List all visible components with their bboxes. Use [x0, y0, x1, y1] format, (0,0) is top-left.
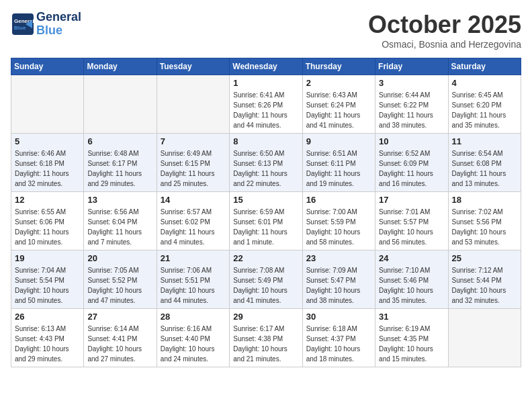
table-row: 6Sunrise: 6:48 AM Sunset: 6:17 PM Daylig…: [84, 134, 157, 192]
day-number: 26: [15, 312, 80, 322]
day-info: Sunrise: 6:54 AM Sunset: 6:08 PM Dayligh…: [452, 148, 517, 189]
day-number: 27: [87, 312, 152, 322]
day-number: 11: [452, 136, 517, 146]
day-number: 28: [161, 312, 226, 322]
day-info: Sunrise: 7:04 AM Sunset: 5:54 PM Dayligh…: [15, 265, 80, 306]
day-number: 14: [161, 195, 226, 205]
day-number: 25: [452, 253, 517, 263]
col-monday: Monday: [84, 58, 157, 75]
table-row: 12Sunrise: 6:55 AM Sunset: 6:06 PM Dayli…: [11, 192, 84, 250]
table-row: 25Sunrise: 7:12 AM Sunset: 5:44 PM Dayli…: [448, 250, 521, 309]
day-number: 20: [87, 253, 152, 263]
day-info: Sunrise: 6:41 AM Sunset: 6:26 PM Dayligh…: [233, 90, 298, 130]
table-row: 30Sunrise: 6:18 AM Sunset: 4:37 PM Dayli…: [302, 309, 375, 367]
day-number: 3: [379, 78, 444, 88]
day-info: Sunrise: 6:14 AM Sunset: 4:41 PM Dayligh…: [87, 324, 152, 364]
day-info: Sunrise: 7:12 AM Sunset: 5:44 PM Dayligh…: [452, 265, 517, 306]
day-info: Sunrise: 6:13 AM Sunset: 4:43 PM Dayligh…: [15, 324, 80, 364]
day-number: 1: [233, 78, 298, 88]
week-row-1: 1Sunrise: 6:41 AM Sunset: 6:26 PM Daylig…: [11, 75, 521, 134]
title-block: October 2025 Osmaci, Bosnia and Herzegov…: [368, 11, 521, 50]
day-info: Sunrise: 6:59 AM Sunset: 6:01 PM Dayligh…: [233, 207, 298, 247]
logo: General Blue General Blue: [11, 11, 81, 38]
table-row: 13Sunrise: 6:56 AM Sunset: 6:04 PM Dayli…: [84, 192, 157, 250]
day-number: 24: [379, 253, 444, 263]
day-number: 8: [233, 136, 298, 146]
day-info: Sunrise: 6:18 AM Sunset: 4:37 PM Dayligh…: [306, 324, 371, 364]
table-row: 26Sunrise: 6:13 AM Sunset: 4:43 PM Dayli…: [11, 309, 84, 367]
day-info: Sunrise: 6:49 AM Sunset: 6:15 PM Dayligh…: [161, 148, 226, 189]
day-number: 6: [87, 136, 152, 146]
day-number: 30: [306, 312, 371, 322]
day-number: 5: [15, 136, 80, 146]
table-row: 20Sunrise: 7:05 AM Sunset: 5:52 PM Dayli…: [84, 250, 157, 309]
table-row: 24Sunrise: 7:10 AM Sunset: 5:46 PM Dayli…: [375, 250, 448, 309]
day-number: 10: [379, 136, 444, 146]
table-row: 28Sunrise: 6:16 AM Sunset: 4:40 PM Dayli…: [157, 309, 229, 367]
day-number: 13: [87, 195, 152, 205]
logo-icon: General Blue: [11, 12, 35, 36]
header-row: Sunday Monday Tuesday Wednesday Thursday…: [11, 58, 521, 75]
day-info: Sunrise: 7:00 AM Sunset: 5:59 PM Dayligh…: [306, 207, 371, 247]
day-info: Sunrise: 7:09 AM Sunset: 5:47 PM Dayligh…: [306, 265, 371, 306]
day-number: 12: [15, 195, 80, 205]
col-saturday: Saturday: [448, 58, 521, 75]
day-info: Sunrise: 6:51 AM Sunset: 6:11 PM Dayligh…: [306, 148, 371, 189]
logo-blue-text: Blue: [36, 24, 81, 38]
day-info: Sunrise: 6:50 AM Sunset: 6:13 PM Dayligh…: [233, 148, 298, 189]
day-number: 17: [379, 195, 444, 205]
table-row: 27Sunrise: 6:14 AM Sunset: 4:41 PM Dayli…: [84, 309, 157, 367]
table-row: 4Sunrise: 6:45 AM Sunset: 6:20 PM Daylig…: [448, 75, 521, 134]
table-row: 3Sunrise: 6:44 AM Sunset: 6:22 PM Daylig…: [375, 75, 448, 134]
week-row-2: 5Sunrise: 6:46 AM Sunset: 6:18 PM Daylig…: [11, 134, 521, 192]
day-number: 4: [452, 78, 517, 88]
table-row: 22Sunrise: 7:08 AM Sunset: 5:49 PM Dayli…: [230, 250, 302, 309]
day-number: 31: [379, 312, 444, 322]
col-tuesday: Tuesday: [157, 58, 229, 75]
month-title: October 2025: [368, 11, 521, 39]
location-text: Osmaci, Bosnia and Herzegovina: [368, 39, 521, 50]
table-row: 21Sunrise: 7:06 AM Sunset: 5:51 PM Dayli…: [157, 250, 229, 309]
day-info: Sunrise: 6:44 AM Sunset: 6:22 PM Dayligh…: [379, 90, 444, 130]
week-row-5: 26Sunrise: 6:13 AM Sunset: 4:43 PM Dayli…: [11, 309, 521, 367]
day-number: 18: [452, 195, 517, 205]
table-row: 29Sunrise: 6:17 AM Sunset: 4:38 PM Dayli…: [230, 309, 302, 367]
week-row-3: 12Sunrise: 6:55 AM Sunset: 6:06 PM Dayli…: [11, 192, 521, 250]
col-wednesday: Wednesday: [230, 58, 302, 75]
day-info: Sunrise: 7:06 AM Sunset: 5:51 PM Dayligh…: [161, 265, 226, 306]
day-info: Sunrise: 6:19 AM Sunset: 4:35 PM Dayligh…: [379, 324, 444, 364]
day-info: Sunrise: 7:10 AM Sunset: 5:46 PM Dayligh…: [379, 265, 444, 306]
table-row: 16Sunrise: 7:00 AM Sunset: 5:59 PM Dayli…: [302, 192, 375, 250]
day-info: Sunrise: 6:57 AM Sunset: 6:02 PM Dayligh…: [161, 207, 226, 247]
table-row: 15Sunrise: 6:59 AM Sunset: 6:01 PM Dayli…: [230, 192, 302, 250]
day-info: Sunrise: 6:46 AM Sunset: 6:18 PM Dayligh…: [15, 148, 80, 189]
day-info: Sunrise: 7:01 AM Sunset: 5:57 PM Dayligh…: [379, 207, 444, 247]
svg-text:Blue: Blue: [14, 25, 26, 31]
table-row: 2Sunrise: 6:43 AM Sunset: 6:24 PM Daylig…: [302, 75, 375, 134]
week-row-4: 19Sunrise: 7:04 AM Sunset: 5:54 PM Dayli…: [11, 250, 521, 309]
table-row: 31Sunrise: 6:19 AM Sunset: 4:35 PM Dayli…: [375, 309, 448, 367]
day-info: Sunrise: 6:16 AM Sunset: 4:40 PM Dayligh…: [161, 324, 226, 364]
table-row: 11Sunrise: 6:54 AM Sunset: 6:08 PM Dayli…: [448, 134, 521, 192]
day-info: Sunrise: 6:52 AM Sunset: 6:09 PM Dayligh…: [379, 148, 444, 189]
day-number: 22: [233, 253, 298, 263]
table-row: 17Sunrise: 7:01 AM Sunset: 5:57 PM Dayli…: [375, 192, 448, 250]
table-row: 14Sunrise: 6:57 AM Sunset: 6:02 PM Dayli…: [157, 192, 229, 250]
day-info: Sunrise: 7:08 AM Sunset: 5:49 PM Dayligh…: [233, 265, 298, 306]
day-info: Sunrise: 7:02 AM Sunset: 5:56 PM Dayligh…: [452, 207, 517, 247]
day-info: Sunrise: 6:45 AM Sunset: 6:20 PM Dayligh…: [452, 90, 517, 130]
day-info: Sunrise: 6:43 AM Sunset: 6:24 PM Dayligh…: [306, 90, 371, 130]
day-number: 19: [15, 253, 80, 263]
calendar-table: Sunday Monday Tuesday Wednesday Thursday…: [11, 58, 521, 367]
table-row: 23Sunrise: 7:09 AM Sunset: 5:47 PM Dayli…: [302, 250, 375, 309]
table-row: 9Sunrise: 6:51 AM Sunset: 6:11 PM Daylig…: [302, 134, 375, 192]
table-row: 8Sunrise: 6:50 AM Sunset: 6:13 PM Daylig…: [230, 134, 302, 192]
day-number: 9: [306, 136, 371, 146]
day-info: Sunrise: 7:05 AM Sunset: 5:52 PM Dayligh…: [87, 265, 152, 306]
day-info: Sunrise: 6:17 AM Sunset: 4:38 PM Dayligh…: [233, 324, 298, 364]
col-sunday: Sunday: [11, 58, 84, 75]
table-row: 19Sunrise: 7:04 AM Sunset: 5:54 PM Dayli…: [11, 250, 84, 309]
table-row: 10Sunrise: 6:52 AM Sunset: 6:09 PM Dayli…: [375, 134, 448, 192]
day-info: Sunrise: 6:56 AM Sunset: 6:04 PM Dayligh…: [87, 207, 152, 247]
day-number: 16: [306, 195, 371, 205]
